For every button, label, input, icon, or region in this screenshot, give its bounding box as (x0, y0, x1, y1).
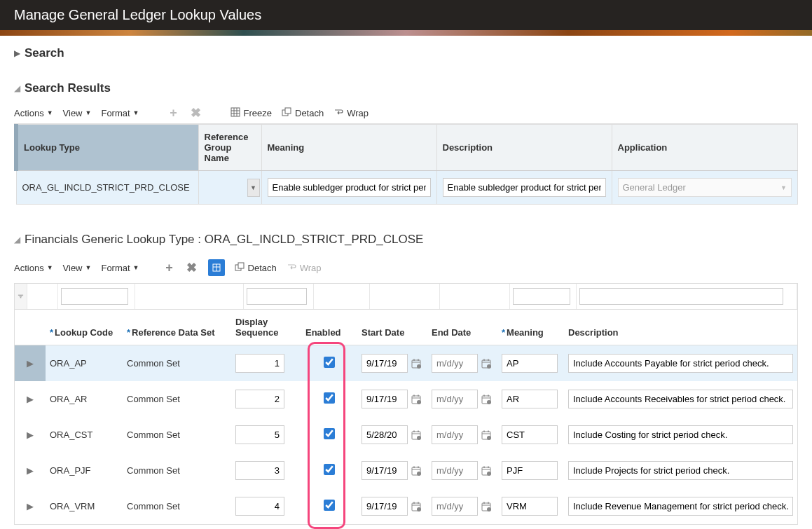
display-seq-input[interactable] (235, 354, 284, 373)
caret-down-icon: ▼ (47, 264, 53, 271)
delete-row-button[interactable]: ✖ (190, 107, 202, 119)
view-menu[interactable]: View▼ (63, 263, 92, 273)
view-menu[interactable]: View▼ (63, 108, 92, 118)
col-description[interactable]: Description (564, 310, 797, 345)
enabled-checkbox[interactable] (324, 357, 335, 368)
enabled-checkbox[interactable] (324, 428, 335, 439)
filter-description[interactable] (579, 288, 783, 305)
col-display-seq[interactable]: Display Sequence (231, 310, 301, 345)
table-row[interactable]: ▶ ORA_CST Common Set (15, 417, 797, 453)
results-section-toggle[interactable]: ◢ Search Results (14, 81, 798, 95)
cell-lookup-code: ORA_VRM (46, 488, 123, 524)
col-enabled[interactable]: Enabled (301, 310, 357, 345)
meaning-input[interactable] (502, 390, 558, 408)
detach-button[interactable]: Detach (282, 107, 324, 119)
detach-button[interactable]: Detach (235, 262, 277, 274)
description-input[interactable] (568, 425, 793, 444)
detail-section-toggle[interactable]: ◢ Financials Generic Lookup Type : ORA_G… (14, 233, 798, 247)
start-date-input[interactable] (362, 461, 408, 480)
start-date-input[interactable] (362, 354, 408, 373)
start-date-input[interactable] (362, 390, 408, 408)
chevron-down-icon: ◢ (14, 83, 20, 93)
cell-meaning (261, 171, 436, 205)
table-row[interactable]: ▶ ORA_AR Common Set (15, 381, 797, 417)
expand-row-button[interactable]: ▶ (15, 488, 46, 524)
detail-toolbar: Actions▼ View▼ Format▼ + ✖ Detach Wrap (14, 255, 798, 280)
meaning-input[interactable] (502, 497, 558, 516)
freeze-button[interactable]: Freeze (230, 107, 272, 119)
display-seq-input[interactable] (235, 497, 284, 516)
meaning-input[interactable] (268, 178, 431, 197)
cell-desc (564, 345, 797, 382)
filter-lookup-code[interactable] (61, 288, 128, 305)
start-date-input[interactable] (362, 497, 408, 516)
actions-menu[interactable]: Actions▼ (14, 108, 53, 118)
start-date-input[interactable] (362, 425, 408, 444)
search-section-toggle[interactable]: ▶ Search (14, 46, 798, 60)
description-input[interactable] (568, 354, 793, 373)
format-menu[interactable]: Format▼ (101, 263, 139, 273)
meaning-input[interactable] (502, 354, 558, 373)
cell-ref-group[interactable]: ▼ (198, 171, 261, 205)
end-date-input[interactable] (432, 390, 478, 408)
calendar-icon[interactable] (481, 358, 492, 369)
delete-row-button[interactable]: ✖ (186, 261, 198, 274)
description-input[interactable] (443, 178, 606, 197)
expand-row-button[interactable]: ▶ (15, 417, 46, 453)
col-description[interactable]: Description (436, 125, 612, 171)
col-ref-group[interactable]: Reference Group Name (198, 125, 261, 171)
col-lookup-code[interactable]: *Lookup Code (46, 310, 123, 345)
calendar-icon[interactable] (411, 358, 422, 369)
display-seq-input[interactable] (235, 461, 284, 480)
description-input[interactable] (568, 390, 793, 408)
expand-row-button[interactable]: ▶ (15, 345, 46, 382)
calendar-icon[interactable] (481, 430, 492, 441)
end-date-input[interactable] (432, 425, 478, 444)
end-date-input[interactable] (432, 497, 478, 516)
enabled-checkbox[interactable] (324, 464, 335, 475)
calendar-icon[interactable] (411, 394, 422, 405)
display-seq-input[interactable] (235, 390, 284, 408)
calendar-icon[interactable] (481, 501, 492, 512)
meaning-input[interactable] (502, 425, 558, 444)
add-row-button[interactable]: + (163, 261, 176, 274)
format-menu[interactable]: Format▼ (101, 108, 139, 118)
calendar-icon[interactable] (411, 430, 422, 441)
col-start-date[interactable]: Start Date (357, 310, 427, 345)
query-by-example-button[interactable] (208, 259, 225, 276)
cell-start-date (357, 488, 427, 524)
description-input[interactable] (568, 461, 793, 480)
col-ref-set[interactable]: *Reference Data Set (123, 310, 231, 345)
col-end-date[interactable]: End Date (427, 310, 497, 345)
enabled-checkbox[interactable] (324, 392, 335, 404)
expand-row-button[interactable]: ▶ (15, 453, 46, 488)
col-meaning[interactable]: Meaning (261, 125, 436, 171)
table-row[interactable]: ▶ ORA_VRM Common Set (15, 488, 797, 524)
wrap-button[interactable]: Wrap (333, 107, 369, 119)
calendar-icon[interactable] (481, 394, 492, 405)
expand-row-button[interactable]: ▶ (15, 381, 46, 417)
end-date-input[interactable] (432, 461, 478, 480)
col-lookup-type[interactable]: Lookup Type (16, 125, 198, 171)
description-input[interactable] (568, 497, 793, 516)
display-seq-input[interactable] (235, 425, 284, 444)
wrap-icon (333, 107, 343, 119)
calendar-icon[interactable] (481, 465, 492, 476)
meaning-input[interactable] (502, 461, 558, 480)
col-application[interactable]: Application (612, 125, 798, 171)
end-date-input[interactable] (432, 354, 478, 373)
enabled-checkbox[interactable] (324, 500, 335, 511)
table-row[interactable]: ▶ ORA_AP Common Set (15, 345, 797, 382)
cell-meaning (497, 417, 564, 453)
dropdown-arrow-icon[interactable]: ▼ (247, 179, 260, 197)
x-icon: ✖ (191, 105, 201, 121)
filter-meaning[interactable] (513, 288, 570, 305)
calendar-icon[interactable] (411, 501, 422, 512)
actions-menu[interactable]: Actions▼ (14, 263, 53, 273)
col-meaning[interactable]: *Meaning (497, 310, 564, 345)
table-row[interactable]: ▶ ORA_PJF Common Set (15, 453, 797, 488)
add-row-button[interactable]: + (167, 107, 180, 119)
calendar-icon[interactable] (411, 465, 422, 476)
results-row[interactable]: ORA_GL_INCLD_STRICT_PRD_CLOSE ▼ General … (16, 171, 798, 205)
filter-display-seq[interactable] (247, 288, 307, 305)
